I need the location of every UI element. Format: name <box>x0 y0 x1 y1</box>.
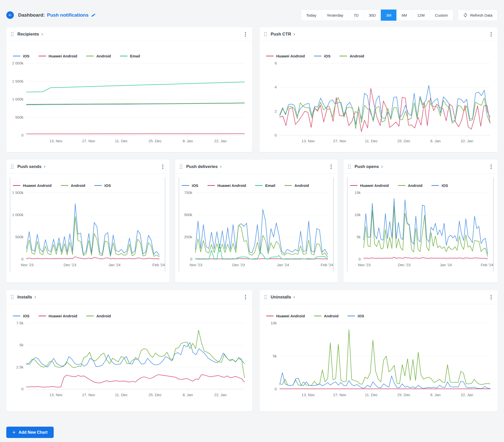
chart-legend: iOSHuawei AndroidEmailAndroid <box>175 174 338 188</box>
push-sends-chart[interactable]: 1 500k1 000k500k0Nov '23Dec '23Jan '24Fe… <box>10 190 166 268</box>
kebab-menu-button[interactable] <box>490 293 493 301</box>
legend-item[interactable]: Android <box>339 54 364 58</box>
drag-handle-icon[interactable] <box>11 295 14 299</box>
svg-text:Dec '23: Dec '23 <box>232 263 245 267</box>
pane-border-right <box>333 177 334 271</box>
push-ctr-chart[interactable]: 642013. Nov27. Nov11. Dec25. Dec8. Jan22… <box>263 61 494 144</box>
kebab-menu-button[interactable] <box>490 163 493 171</box>
svg-text:11. Dec: 11. Dec <box>365 139 378 143</box>
card-title-link[interactable]: Push sends › <box>17 164 45 169</box>
row-3: Installs › iOSHuawei AndroidAndroid 7.5k… <box>6 290 498 412</box>
drag-handle-icon[interactable] <box>180 164 182 169</box>
range-button-6m[interactable]: 6M <box>396 10 412 21</box>
card-push-sends: Push sends › Huawei AndroidAndroidiOS 1 … <box>6 160 169 283</box>
legend-item[interactable]: Android <box>398 183 423 188</box>
legend-item[interactable]: Android <box>86 54 111 58</box>
range-button-30d[interactable]: 30D <box>364 10 381 21</box>
chevron-right-icon: › <box>381 164 383 169</box>
legend-item[interactable]: Huawei Android <box>39 54 77 58</box>
legend-item[interactable]: iOS <box>94 183 111 188</box>
chart-legend: iOSHuawei AndroidAndroidEmail <box>6 41 252 58</box>
drag-handle-icon[interactable] <box>264 295 267 299</box>
svg-text:22. Jan: 22. Jan <box>214 393 227 397</box>
card-title-link[interactable]: Recipients › <box>17 31 43 37</box>
row-2: Push sends › Huawei AndroidAndroidiOS 1 … <box>6 160 498 283</box>
range-button-yesterday[interactable]: Yesterday <box>321 10 348 21</box>
legend-swatch-icon <box>266 56 274 56</box>
kebab-menu-button[interactable] <box>244 30 247 38</box>
svg-text:Dec '23: Dec '23 <box>64 263 76 267</box>
range-button-today[interactable]: Today <box>301 10 321 21</box>
svg-text:Nov '23: Nov '23 <box>358 263 370 267</box>
legend-label: Huawei Android <box>49 314 77 318</box>
legend-item[interactable]: Android <box>314 314 339 318</box>
recipients-chart[interactable]: 2 000k1 500k1 000k500k013. Nov27. Nov11.… <box>10 61 248 144</box>
svg-text:0: 0 <box>359 257 361 261</box>
legend-item[interactable]: Android <box>86 314 111 318</box>
card-title-link[interactable]: Push CTR › <box>271 31 295 37</box>
svg-text:8. Jan: 8. Jan <box>183 139 193 143</box>
drag-handle-icon[interactable] <box>348 164 351 169</box>
kebab-menu-button[interactable] <box>490 30 493 38</box>
legend-item[interactable]: Android <box>285 183 309 188</box>
legend-label: Android <box>96 54 111 58</box>
push-opens-chart[interactable]: 15k10k5k0Nov '23Dec '23Jan '24Feb '24 <box>347 190 494 268</box>
legend-swatch-icon <box>182 185 189 186</box>
kebab-menu-button[interactable] <box>161 163 164 171</box>
legend-label: Huawei Android <box>217 183 246 188</box>
pane-border-right <box>493 177 494 271</box>
legend-item[interactable]: iOS <box>182 183 198 188</box>
legend-item[interactable]: Email <box>120 54 140 58</box>
drag-handle-icon[interactable] <box>11 32 14 36</box>
card-title-link[interactable]: Uninstalls › <box>271 294 295 300</box>
legend-label: Email <box>130 54 140 58</box>
kebab-menu-button[interactable] <box>330 163 333 171</box>
legend-item[interactable]: iOS <box>314 54 331 58</box>
range-button-7d[interactable]: 7D <box>348 10 363 21</box>
installs-chart[interactable]: 7.5k5k2.5k013. Nov27. Nov11. Dec25. Dec8… <box>10 321 248 398</box>
legend-label: Huawei Android <box>276 54 305 58</box>
chevron-right-icon: › <box>44 164 45 169</box>
svg-text:27. Nov: 27. Nov <box>333 393 346 397</box>
range-button-custom[interactable]: Custom <box>430 10 453 21</box>
topbar: Dashboard: Push notifications TodayYeste… <box>6 9 498 21</box>
legend-item[interactable]: iOS <box>348 314 364 318</box>
range-button-12m[interactable]: 12M <box>412 10 430 21</box>
legend-item[interactable]: iOS <box>431 183 448 188</box>
card-push-opens: Push opens › Huawei AndroidAndroidiOS 15… <box>343 160 498 283</box>
legend-item[interactable]: Email <box>255 183 275 188</box>
card-title: Push deliveries <box>186 164 218 169</box>
legend-item[interactable]: Huawei Android <box>207 183 246 188</box>
arrow-left-icon <box>8 13 12 17</box>
card-title-link[interactable]: Installs › <box>17 294 36 300</box>
push-deliveries-chart[interactable]: 750k500k250k0Nov '23Dec '23Jan '24Feb '2… <box>179 190 334 268</box>
header-actions: TodayYesterday7D30D3M6M12MCustom Refresh… <box>301 9 498 21</box>
legend-item[interactable]: iOS <box>13 314 29 318</box>
svg-text:0: 0 <box>21 133 23 137</box>
back-button[interactable] <box>6 11 14 19</box>
edit-pencil-icon[interactable] <box>91 13 96 18</box>
add-new-chart-button[interactable]: + Add New Chart <box>6 427 54 438</box>
svg-text:Jan '24: Jan '24 <box>440 263 452 267</box>
legend-item[interactable]: iOS <box>13 54 29 58</box>
legend-item[interactable]: Huawei Android <box>350 183 389 188</box>
svg-text:27. Nov: 27. Nov <box>82 393 95 397</box>
svg-text:11. Dec: 11. Dec <box>115 393 128 397</box>
legend-label: Android <box>295 183 309 188</box>
legend-item[interactable]: Android <box>61 183 85 188</box>
legend-item[interactable]: Huawei Android <box>266 54 305 58</box>
kebab-menu-button[interactable] <box>244 293 247 301</box>
legend-item[interactable]: Huawei Android <box>13 183 52 188</box>
card-title-link[interactable]: Push deliveries › <box>186 164 222 169</box>
drag-handle-icon[interactable] <box>11 164 14 169</box>
uninstalls-chart[interactable]: 10k5k013. Nov27. Nov11. Dec25. Dec8. Jan… <box>263 321 494 398</box>
legend-item[interactable]: Huawei Android <box>266 314 305 318</box>
card-title-link[interactable]: Push opens › <box>355 164 383 169</box>
svg-text:2.5k: 2.5k <box>16 365 24 369</box>
legend-item[interactable]: Huawei Android <box>39 314 77 318</box>
legend-label: iOS <box>23 54 29 58</box>
range-button-3m[interactable]: 3M <box>381 10 396 21</box>
drag-handle-icon[interactable] <box>264 32 267 36</box>
refresh-data-button[interactable]: Refresh Data <box>458 9 498 21</box>
dashboard-name-link[interactable]: Push notifications <box>47 12 89 18</box>
